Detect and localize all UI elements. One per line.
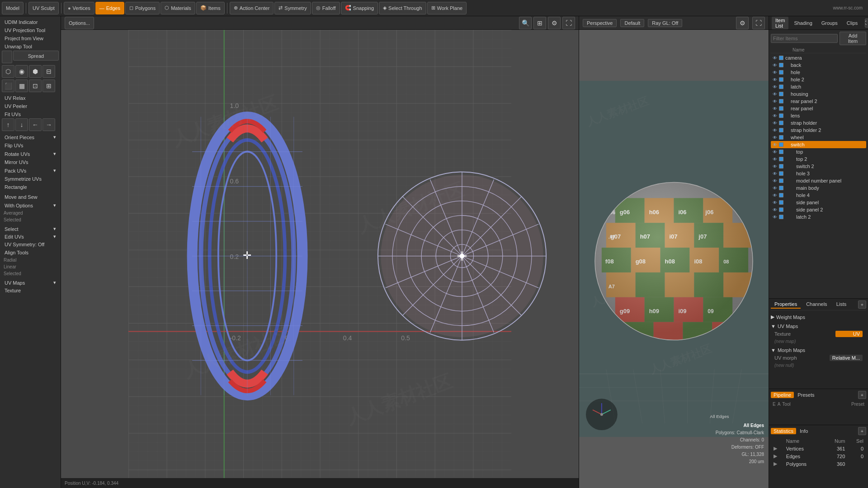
tab-item-list[interactable]: Item List [772,17,788,29]
uv-symmetry-btn[interactable]: UV Symmetry: Off [2,240,59,249]
list-item[interactable]: 👁 latch 2 [771,213,866,221]
list-item[interactable]: 👁 housing [771,90,866,98]
options-btn[interactable]: Options... [65,17,94,29]
symmetry-btn[interactable]: ⇄ Symmetry [274,2,311,14]
select-dropdown[interactable]: Select▾ [2,225,59,233]
list-item[interactable]: 👁 wheel [771,134,866,141]
pipeline-expand-icon[interactable]: + [858,391,866,399]
eye-icon[interactable]: 👁 [773,178,777,183]
3d-settings-icon[interactable]: ⚙ [736,17,749,29]
list-item[interactable]: 👁 top [771,148,866,155]
list-item[interactable]: 👁 rear panel 2 [771,98,866,105]
eye-icon[interactable]: 👁 [773,70,777,75]
eye-icon[interactable]: 👁 [773,135,777,140]
add-item-btn[interactable]: Add Item [840,32,866,45]
eye-icon[interactable]: 👁 [773,113,777,118]
tab-groups[interactable]: Groups [818,19,841,27]
stats-expand-col[interactable]: ▶ [772,460,783,467]
tab-lists[interactable]: Lists [833,300,850,309]
weight-maps-header[interactable]: ▶ Weight Maps [771,313,866,321]
eye-icon[interactable]: 👁 [773,207,777,212]
stats-expand-col[interactable]: ▶ [772,445,783,452]
arrow-up-icon[interactable]: ↑ [2,118,14,131]
uv-canvas[interactable]: 1.0 0.6 0.2 -0.2 0.2 0.4 0.5 [61,30,579,488]
pack-uvs-btn[interactable]: Pack UVs▾ [2,166,59,175]
list-item[interactable]: 👁 strap holder 2 [771,127,866,134]
tab-clips[interactable]: Clips [843,19,861,27]
expand-icon[interactable]: ⛶ [865,19,868,28]
uv-settings-icon[interactable]: ⚙ [548,17,561,29]
eye-icon[interactable]: 👁 [773,92,777,97]
stats-info-btn[interactable]: Info [800,428,808,434]
arrow-left-icon[interactable]: ← [29,118,42,131]
eye-icon[interactable]: 👁 [773,193,777,198]
items-btn[interactable]: 📦 Items [196,2,225,14]
uv-tool-icon-3[interactable]: ⬢ [29,65,42,78]
edit-uvs-dropdown[interactable]: Edit UVs▾ [2,233,59,240]
eye-icon[interactable]: 👁 [773,150,777,155]
props-expand-icon[interactable]: + [858,300,866,309]
orient-pieces-btn[interactable]: Orient Pieces▾ [2,133,59,141]
list-item[interactable]: 👁 main body [771,184,866,192]
arrow-down-icon[interactable]: ↓ [15,118,28,131]
list-item[interactable]: 👁 hole 3 [771,170,866,177]
uv-tool-icon-7[interactable]: ⊡ [29,80,42,92]
eye-icon[interactable]: 👁 [773,106,777,111]
uv-peeler-btn[interactable]: UV Peeler [2,102,59,110]
udim-indicator-btn[interactable]: UDIM Indicator [2,18,59,26]
filter-input[interactable] [771,34,838,43]
list-item[interactable]: 👁 camera [771,54,866,61]
uv-tool-icon-4[interactable]: ⊟ [42,65,55,78]
list-item[interactable]: 👁 hole 2 [771,76,866,83]
eye-icon[interactable]: 👁 [773,77,777,82]
list-item[interactable]: 👁 side panel [771,199,866,206]
action-center-btn[interactable]: ⊕ Action Center [230,2,274,14]
uv-projection-tool-btn[interactable]: UV Projection Tool [2,26,59,34]
tab-shading[interactable]: Shading [790,19,816,27]
eye-icon[interactable]: 👁 [773,215,777,220]
flip-uvs-btn[interactable]: Flip UVs [2,141,59,150]
3d-maximize-icon[interactable]: ⛶ [752,17,765,29]
tab-channels[interactable]: Channels [802,300,830,309]
uv-maximize-icon[interactable]: ⛶ [562,17,575,29]
unwrap-tool-btn[interactable]: Unwrap Tool [2,42,59,51]
list-item[interactable]: 👁 side panel 2 [771,206,866,213]
move-and-sew-btn[interactable]: Move and Sew [2,193,59,201]
rectangle-btn[interactable]: Rectangle [2,183,59,191]
polygons-btn[interactable]: ◻ Polygons [125,2,160,14]
eye-icon[interactable]: 👁 [773,142,777,147]
eye-icon[interactable]: 👁 [773,186,777,191]
list-item[interactable]: 👁 hole 4 [771,192,866,199]
fit-uvs-btn[interactable]: Fit UVs [2,110,59,118]
eye-icon[interactable]: 👁 [773,157,777,162]
list-item[interactable]: 👁 back [771,61,866,69]
mode-uv-sculpt-btn[interactable]: UV Sculpt [28,2,59,14]
spread-btn[interactable]: Spread [13,51,59,61]
mode-model-btn[interactable]: Model [2,2,24,14]
eye-icon[interactable]: 👁 [773,164,777,169]
uv-zoom-in-icon[interactable]: 🔍 [519,17,532,29]
eye-icon[interactable]: 👁 [773,63,777,68]
align-tools-btn[interactable]: Align Tools [2,249,59,257]
uv-viewport[interactable]: Options... 🔍 ⊞ ⚙ ⛶ [61,16,579,488]
uv-tool-icon-2[interactable]: ◉ [15,65,28,78]
list-item[interactable]: 👁 switch [771,141,866,148]
uv-relax-btn[interactable]: UV Relax [2,94,59,102]
eye-icon[interactable]: 👁 [773,121,777,126]
ray-gl-btn[interactable]: Ray GL: Off [648,19,682,27]
uv-home-icon[interactable]: ⊞ [533,17,546,29]
edges-btn[interactable]: — Edges [95,2,124,14]
eye-icon[interactable]: 👁 [773,171,777,176]
morph-maps-header[interactable]: ▼ Morph Maps [771,347,866,354]
list-item[interactable]: 👁 switch 2 [771,163,866,170]
list-item[interactable]: 👁 hole [771,69,866,76]
stats-expand-icon[interactable]: + [858,427,866,435]
vertices-btn[interactable]: ● Vertices [64,2,94,14]
uv-maps-header[interactable]: ▼ UV Maps [771,323,866,330]
symmetrize-uvs-btn[interactable]: Symmetrize UVs [2,175,59,183]
arrow-right-icon[interactable]: → [42,118,55,131]
eye-icon[interactable]: 👁 [773,99,777,104]
eye-icon[interactable]: 👁 [773,56,777,61]
rotate-uvs-btn[interactable]: Rotate UVs▾ [2,150,59,158]
uv-tool-icon-8[interactable]: ⊞ [42,80,55,92]
